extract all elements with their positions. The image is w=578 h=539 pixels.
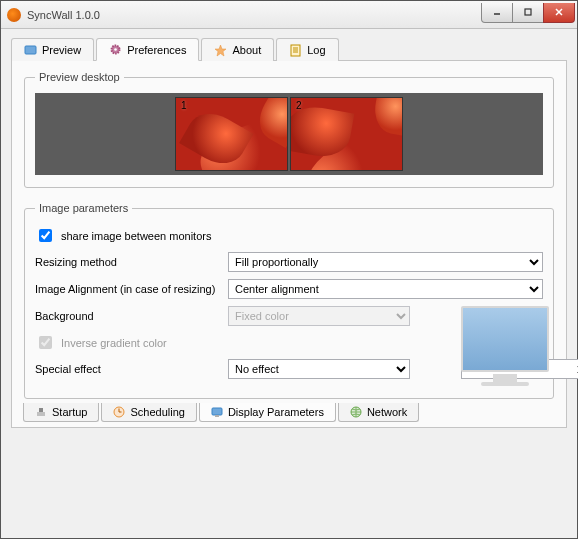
- alignment-select[interactable]: Center alignment: [228, 279, 543, 299]
- gear-icon: [109, 43, 122, 56]
- tab-preferences[interactable]: Preferences: [96, 38, 199, 61]
- svg-rect-17: [212, 408, 222, 415]
- inverse-gradient-label: Inverse gradient color: [61, 337, 167, 349]
- preview-strip: 1 2: [35, 93, 543, 175]
- btab-label: Scheduling: [130, 406, 184, 418]
- monitor-2-preview: 2: [290, 97, 403, 171]
- btab-label: Display Parameters: [228, 406, 324, 418]
- svg-rect-1: [525, 9, 531, 15]
- tab-label: About: [232, 44, 261, 56]
- share-image-checkbox[interactable]: [39, 229, 52, 242]
- star-icon: [214, 44, 227, 57]
- display-icon: [211, 406, 223, 418]
- monitor-number: 1: [181, 100, 187, 111]
- effect-select[interactable]: No effect: [228, 359, 410, 379]
- tab-label: Log: [307, 44, 325, 56]
- preview-desktop-group: Preview desktop 1: [24, 71, 554, 188]
- clock-icon: [113, 406, 125, 418]
- svg-marker-7: [215, 45, 226, 56]
- monitor-number: 2: [296, 100, 302, 111]
- alignment-label: Image Alignment (in case of resizing): [35, 283, 220, 295]
- params-legend: Image parameters: [35, 202, 132, 214]
- btab-label: Network: [367, 406, 407, 418]
- preferences-panel: Preview desktop 1: [11, 61, 567, 428]
- monitor-illustration: [461, 306, 549, 386]
- svg-rect-18: [215, 415, 219, 417]
- top-tabs: Preview Preferences About Log: [11, 37, 567, 61]
- startup-icon: [35, 406, 47, 418]
- svg-point-6: [114, 48, 117, 51]
- resizing-label: Resizing method: [35, 256, 220, 268]
- background-select: Fixed color: [228, 306, 410, 326]
- maximize-button[interactable]: [512, 3, 544, 23]
- effect-label: Special effect: [35, 363, 220, 375]
- svg-rect-4: [25, 46, 36, 54]
- bottom-tab-display[interactable]: Display Parameters: [199, 403, 336, 422]
- bottom-tabs: Startup Scheduling Display Parameters Ne…: [13, 403, 431, 428]
- tab-label: Preview: [42, 44, 81, 56]
- bottom-tab-network[interactable]: Network: [338, 403, 419, 422]
- window-title: SyncWall 1.0.0: [27, 9, 482, 21]
- close-button[interactable]: [543, 3, 575, 23]
- bottom-tab-startup[interactable]: Startup: [23, 403, 99, 422]
- titlebar: SyncWall 1.0.0: [1, 1, 577, 29]
- svg-rect-12: [37, 412, 45, 416]
- tab-log[interactable]: Log: [276, 38, 338, 61]
- svg-rect-13: [39, 408, 43, 412]
- app-icon: [7, 8, 21, 22]
- share-image-label: share image between monitors: [61, 230, 211, 242]
- inverse-gradient-checkbox: [39, 336, 52, 349]
- monitor-1-preview: 1: [175, 97, 288, 171]
- preview-icon: [24, 44, 37, 57]
- log-icon: [289, 44, 302, 57]
- resizing-select[interactable]: Fill proportionally: [228, 252, 543, 272]
- background-label: Background: [35, 310, 220, 322]
- minimize-button[interactable]: [481, 3, 513, 23]
- btab-label: Startup: [52, 406, 87, 418]
- network-icon: [350, 406, 362, 418]
- tab-about[interactable]: About: [201, 38, 274, 61]
- tab-label: Preferences: [127, 44, 186, 56]
- bottom-tab-scheduling[interactable]: Scheduling: [101, 403, 196, 422]
- preview-legend: Preview desktop: [35, 71, 124, 83]
- tab-preview[interactable]: Preview: [11, 38, 94, 61]
